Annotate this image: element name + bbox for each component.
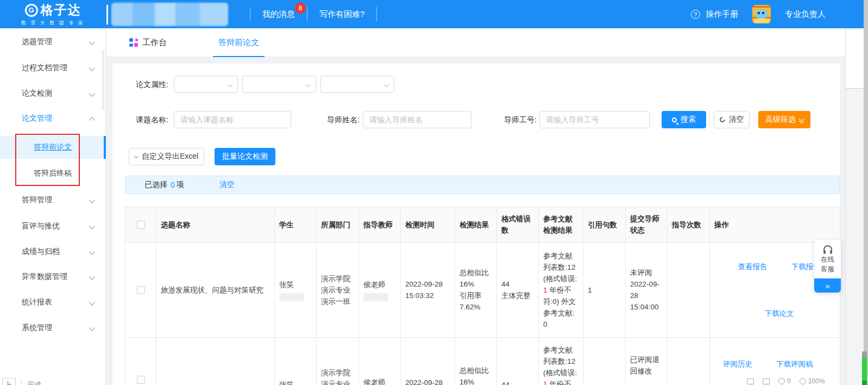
- sidebar-item-abnormal-data[interactable]: 异常数据管理: [0, 266, 106, 288]
- chevron-down-icon: [89, 249, 95, 254]
- paper-attribute-select-3[interactable]: [320, 76, 394, 93]
- statusbar-left-artifact: ↳ 完成: [2, 378, 41, 385]
- sidebar-scrollbar[interactable]: [102, 50, 104, 110]
- chevron-down-icon: [384, 82, 389, 88]
- manual-link[interactable]: ? 操作手册: [691, 9, 738, 20]
- online-service-button[interactable]: 在线 客服: [814, 240, 841, 278]
- sidebar-item-label: 答辩管理: [22, 195, 52, 205]
- online-service-widget: 在线 客服 »: [814, 240, 841, 293]
- clear-button[interactable]: 清空: [714, 111, 750, 128]
- collapse-widget-button[interactable]: »: [814, 278, 841, 293]
- clear-selection-link[interactable]: 清空: [219, 180, 235, 190]
- cell-check-result: 总相似比16% 引用率7.62%: [455, 243, 497, 338]
- sidebar-item-label: 统计报表: [22, 297, 52, 307]
- cell-title: 旅游发展现状、问题与对策研究: [156, 243, 275, 338]
- selected-count: 0: [171, 181, 175, 189]
- chevron-down-icon: [89, 90, 95, 96]
- cell-teacher: 侯老师: [359, 243, 401, 338]
- headset-icon: [823, 245, 832, 251]
- cell-format-errors: 44: [497, 338, 539, 385]
- col-actions: 操作: [710, 207, 840, 243]
- selected-prefix: 已选择: [144, 180, 167, 190]
- search-button[interactable]: 搜索: [662, 111, 706, 128]
- sidebar-item-blind-review[interactable]: 盲评与推优: [0, 215, 106, 237]
- sidebar-item-process-docs[interactable]: 过程文档管理: [0, 57, 106, 79]
- app-header: G 格子达 教 育 大 数 据 专 家 我的消息 8 写作有困难? ? 操作手册…: [0, 0, 864, 28]
- sidebar-item-system-mgmt[interactable]: 系统管理: [0, 317, 106, 339]
- batch-check-label: 批量论文检测: [222, 152, 268, 162]
- cell-department: 演示学院演示专业演示一班: [317, 338, 359, 385]
- chevron-down-icon: [89, 39, 95, 45]
- advanced-filter-button[interactable]: 高级筛选: [758, 111, 810, 128]
- select-all-checkbox[interactable]: [137, 221, 145, 229]
- sidebar-item-label: 成绩与归档: [22, 247, 60, 257]
- logo-brand-text: 格子达: [41, 2, 81, 18]
- row-checkbox[interactable]: [137, 376, 145, 384]
- advisor-id-input[interactable]: [539, 111, 650, 128]
- batch-paper-check-button[interactable]: 批量论文检测: [215, 148, 275, 165]
- my-messages-link[interactable]: 我的消息 8: [250, 9, 307, 20]
- tab-pre-defense-papers[interactable]: 答辩前论文: [207, 28, 270, 57]
- export-label: 自定义导出Excel: [142, 152, 198, 162]
- writing-help-link[interactable]: 写作有困难?: [307, 9, 376, 20]
- cell-teacher: 侯老师: [359, 338, 401, 385]
- col-quote-count: 引用句数: [583, 207, 626, 243]
- sidebar-item-paper-check[interactable]: 论文检测: [0, 83, 106, 104]
- sidebar-item-label: 异常数据管理: [22, 272, 67, 282]
- paper-attribute-select-2[interactable]: [242, 76, 316, 93]
- sidebar-item-statistics[interactable]: 统计报表: [0, 291, 106, 313]
- col-submit-status: 提交导师状态: [626, 207, 668, 243]
- cell-quote-count: 1: [583, 243, 626, 338]
- chevron-down-icon: [89, 274, 95, 280]
- user-avatar[interactable]: [752, 5, 771, 23]
- header-divider: [106, 5, 108, 24]
- statusbar-done-label: 完成: [27, 380, 41, 385]
- student-id-redacted: [279, 293, 304, 301]
- cell-check-time: 2022-09-2815:03:32: [401, 338, 455, 385]
- download-paper-link[interactable]: 下载论文: [765, 308, 794, 319]
- help-circle-icon: ?: [691, 10, 700, 19]
- sidebar-item-topic-mgmt[interactable]: 选题管理: [0, 31, 106, 53]
- speaker-icon: [747, 378, 754, 384]
- ref-error-count: 1: [543, 286, 548, 294]
- cell-ref-result: 参考文献列表数:12 (格式错误:1 年份不符:0): [539, 338, 583, 385]
- window-edge: [864, 0, 868, 385]
- review-history-link[interactable]: 评阅历史: [723, 358, 752, 370]
- chevron-down-icon: [89, 299, 95, 305]
- download-reviewed-draft-link[interactable]: 下载评阅稿: [776, 358, 813, 370]
- cell-guidance-count: [668, 243, 710, 338]
- paper-attribute-select-1[interactable]: [174, 76, 238, 93]
- sidebar-subitem-pre-defense[interactable]: 答辩前论文: [34, 142, 72, 152]
- ref-error-count: 1: [543, 380, 548, 385]
- logo-g-icon: G: [25, 4, 38, 17]
- col-check-time: 检测时间: [401, 207, 455, 243]
- paper-attribute-label: 论文属性:: [130, 76, 168, 93]
- chevron-down-icon: [89, 65, 95, 71]
- sidebar-item-paper-mgmt[interactable]: 论文管理: [0, 108, 106, 129]
- tab-workbench-label: 工作台: [142, 38, 167, 48]
- cell-ref-result: 参考文献列表数:12 (格式错误:1 年份不符:0) 外文参考文献:0: [539, 243, 583, 338]
- my-messages-label: 我的消息: [262, 9, 295, 18]
- sidebar-item-label: 论文检测: [22, 89, 52, 98]
- cell-guidance-count: [668, 338, 710, 385]
- sidebar-item-defense-mgmt[interactable]: 答辩管理: [0, 189, 106, 211]
- topic-name-input[interactable]: [174, 111, 291, 128]
- sidebar-item-label: 选题管理: [22, 37, 52, 47]
- workbench-grid-icon: [129, 38, 138, 47]
- user-role-label[interactable]: 专业负责人: [785, 9, 826, 20]
- advisor-id-label: 导师工号:: [499, 111, 537, 128]
- app-logo: G 格子达 教 育 大 数 据 专 家: [0, 0, 106, 28]
- tab-workbench[interactable]: 工作台: [118, 28, 178, 57]
- teacher-id-redacted: [363, 293, 388, 301]
- tab-active-label: 答辩前论文: [218, 38, 259, 48]
- page-scrollbar-thumb[interactable]: [846, 30, 864, 89]
- row-checkbox[interactable]: [137, 286, 145, 294]
- cell-format-errors: 44主体完整: [497, 243, 539, 338]
- custom-export-excel-button[interactable]: 自定义导出Excel: [129, 148, 204, 165]
- service-label: 在线: [821, 256, 834, 264]
- sidebar-item-grades-archive[interactable]: 成绩与归档: [0, 241, 106, 263]
- view-report-link[interactable]: 查看报告: [738, 261, 768, 272]
- sidebar-subitem-post-defense[interactable]: 答辩后终稿: [34, 169, 72, 178]
- advisor-name-input[interactable]: [363, 111, 471, 128]
- statusbar-right-artifact: 0 100%: [747, 377, 825, 385]
